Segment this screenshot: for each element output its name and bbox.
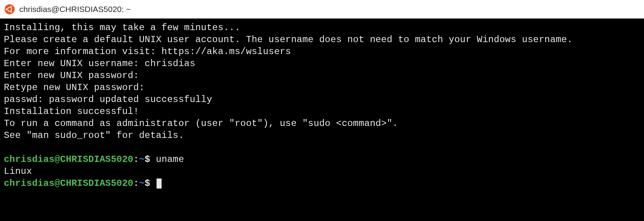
svg-rect-5 — [7, 8, 8, 9]
blank-line — [4, 141, 640, 153]
prompt-path: ~ — [139, 154, 145, 165]
title-bar[interactable]: chrisdias@CHRISDIAS5020: ~ — [0, 0, 644, 19]
terminal-line: passwd: password updated successfully — [4, 94, 212, 105]
prompt-path: ~ — [139, 178, 145, 189]
terminal-line: Enter new UNIX username: chrisdias — [4, 58, 195, 69]
terminal-line: Please create a default UNIX user accoun… — [4, 34, 573, 45]
prompt-colon: : — [133, 178, 139, 189]
terminal-output: Linux — [4, 166, 32, 177]
prompt-command — [150, 178, 156, 189]
terminal-line: Installing, this may take a few minutes.… — [4, 22, 240, 33]
terminal-line: To run a command as administrator (user … — [4, 118, 398, 129]
cursor-icon — [157, 178, 162, 189]
terminal-area[interactable]: Installing, this may take a few minutes.… — [0, 19, 644, 221]
prompt-dollar: $ — [145, 154, 150, 165]
terminal-line: Retype new UNIX password: — [4, 82, 145, 93]
prompt-command: uname — [150, 154, 184, 165]
window-title: chrisdias@CHRISDIAS5020: ~ — [19, 5, 131, 14]
prompt-user-host: chrisdias@CHRISDIAS5020 — [4, 178, 133, 189]
prompt-colon: : — [133, 154, 139, 165]
ubuntu-icon — [5, 4, 15, 14]
prompt-user-host: chrisdias@CHRISDIAS5020 — [4, 154, 133, 165]
terminal-line: Installation successful! — [4, 106, 139, 117]
prompt-dollar: $ — [145, 178, 150, 189]
terminal-line: For more information visit: https://aka.… — [4, 46, 291, 57]
terminal-line: See "man sudo_root" for details. — [4, 130, 184, 141]
terminal-line: Enter new UNIX password: — [4, 70, 139, 81]
